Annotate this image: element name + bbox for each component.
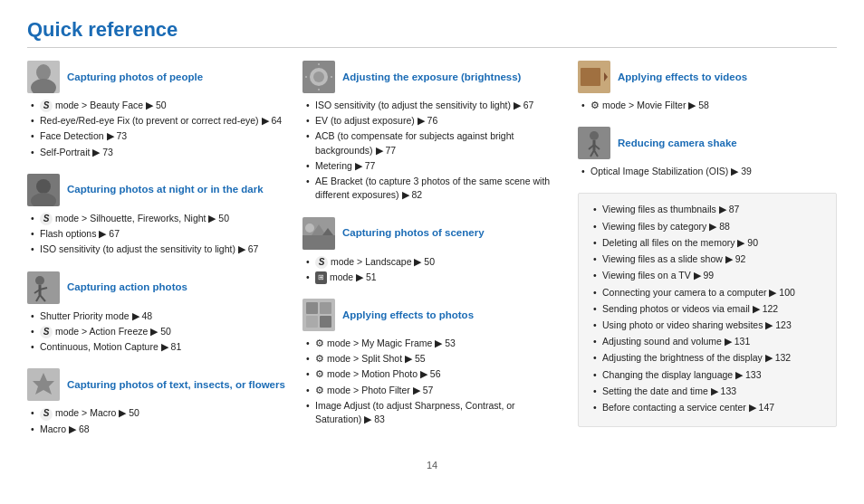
list-item: EV (to adjust exposure) ▶ 76 xyxy=(306,114,562,128)
section-header-night: Capturing photos at night or in the dark xyxy=(27,174,286,206)
list-item: ⚙ mode > Photo Filter ▶ 57 xyxy=(306,384,562,397)
list-item: S mode > Action Freeze ▶ 50 xyxy=(31,325,286,338)
list-item: Connecting your camera to a computer ▶ 1… xyxy=(593,286,825,300)
section-title-action: Capturing action photos xyxy=(67,281,187,294)
list-item: Before contacting a service center ▶ 147 xyxy=(593,401,825,414)
svg-rect-29 xyxy=(320,302,331,314)
svg-rect-23 xyxy=(302,235,335,250)
column-3: Applying effects to videos ⚙ mode > Movi… xyxy=(578,61,837,451)
svg-point-4 xyxy=(36,179,51,194)
section-header-exposure: Adjusting the exposure (brightness) xyxy=(302,61,562,93)
section-exposure: Adjusting the exposure (brightness) ISO … xyxy=(302,61,562,203)
list-item: S mode > Silhouette, Fireworks, Night ▶ … xyxy=(31,212,286,225)
scenery-items: S mode > Landscape ▶ 50 ⊞ mode ▶ 51 xyxy=(302,255,562,284)
section-header-text: Capturing photos of text, insects, or fl… xyxy=(27,368,286,401)
list-item: ACB (to compensate for subjects against … xyxy=(306,129,562,157)
list-item: Macro ▶ 68 xyxy=(31,423,286,436)
info-box: Viewing files as thumbnails ▶ 87 Viewing… xyxy=(578,193,837,427)
list-item: ⚙ mode > My Magic Frame ▶ 53 xyxy=(306,337,562,350)
section-header-shake: Reducing camera shake xyxy=(578,127,837,159)
section-title-effects-photos: Applying effects to photos xyxy=(342,309,474,322)
list-item: Setting the date and time ▶ 133 xyxy=(593,385,825,398)
section-scenery: Capturing photos of scenery S mode > Lan… xyxy=(302,217,562,284)
night-icon xyxy=(27,174,60,206)
list-item: Adjusting sound and volume ▶ 131 xyxy=(593,335,825,348)
list-item: ⚙ mode > Motion Photo ▶ 56 xyxy=(306,367,562,381)
list-item: ⚙ mode > Split Shot ▶ 55 xyxy=(306,352,562,366)
list-item: S mode > Landscape ▶ 50 xyxy=(306,255,562,269)
section-title-text: Capturing photos of text, insects, or fl… xyxy=(67,378,285,392)
page-title: Quick reference xyxy=(27,18,837,48)
section-title-shake: Reducing camera shake xyxy=(618,137,737,150)
list-item: Metering ▶ 77 xyxy=(306,159,562,173)
exposure-icon xyxy=(302,61,335,93)
list-item: Optical Image Stabilization (OIS) ▶ 39 xyxy=(581,165,837,178)
svg-point-1 xyxy=(36,64,51,81)
list-item: Image Adjust (to adjust Sharpness, Contr… xyxy=(306,399,562,426)
action-icon xyxy=(27,271,60,304)
person-icon xyxy=(27,61,60,93)
list-item: Flash options ▶ 67 xyxy=(31,227,286,241)
list-item: Viewing files by category ▶ 88 xyxy=(593,220,825,233)
section-capturing-action: Capturing action photos Shutter Priority… xyxy=(27,271,286,355)
video-icon xyxy=(578,61,610,93)
section-header-people: Capturing photos of people xyxy=(27,61,286,93)
list-item: Using photo or video sharing websites ▶ … xyxy=(593,319,825,332)
info-box-items: Viewing files as thumbnails ▶ 87 Viewing… xyxy=(590,203,825,414)
page: Quick reference Capturing photos of peop… xyxy=(0,0,864,504)
svg-point-26 xyxy=(305,223,314,233)
svg-point-36 xyxy=(590,131,599,140)
list-item: Red-eye/Red-eye Fix (to prevent or corre… xyxy=(31,114,286,128)
exposure-items: ISO sensitivity (to adjust the sensitivi… xyxy=(302,99,562,203)
svg-point-7 xyxy=(35,276,44,285)
people-items: S mode > Beauty Face ▶ 50 Red-eye/Red-ey… xyxy=(27,99,286,159)
section-title-people: Capturing photos of people xyxy=(67,71,203,84)
section-header-effects-videos: Applying effects to videos xyxy=(578,61,837,93)
list-item: Continuous, Motion Capture ▶ 81 xyxy=(31,340,286,354)
svg-rect-33 xyxy=(581,68,600,86)
list-item: AE Bracket (to capture 3 photos of the s… xyxy=(306,175,562,202)
column-1: Capturing photos of people S mode > Beau… xyxy=(27,61,302,451)
section-capturing-night: Capturing photos at night or in the dark… xyxy=(27,174,286,257)
section-header-effects-photos: Applying effects to photos xyxy=(302,299,562,331)
effects-photos-icon xyxy=(302,299,335,331)
page-number: 14 xyxy=(27,460,837,471)
column-2: Adjusting the exposure (brightness) ISO … xyxy=(302,61,578,451)
shake-icon xyxy=(578,127,610,159)
night-items: S mode > Silhouette, Fireworks, Night ▶ … xyxy=(27,212,286,257)
section-capturing-people: Capturing photos of people S mode > Beau… xyxy=(27,61,286,159)
section-title-effects-videos: Applying effects to videos xyxy=(618,71,747,84)
list-item: Face Detection ▶ 73 xyxy=(31,129,286,143)
flower-icon xyxy=(27,368,60,401)
section-header-scenery: Capturing photos of scenery xyxy=(302,217,562,250)
effects-videos-items: ⚙ mode > Movie Filter ▶ 58 xyxy=(578,99,837,112)
action-items: Shutter Priority mode ▶ 48 S mode > Acti… xyxy=(27,309,286,355)
list-item: ⚙ mode > Movie Filter ▶ 58 xyxy=(581,99,837,112)
svg-rect-28 xyxy=(306,302,318,314)
list-item: ⊞ mode ▶ 51 xyxy=(306,271,562,284)
text-items: S mode > Macro ▶ 50 Macro ▶ 68 xyxy=(27,406,286,435)
list-item: Deleting all files on the memory ▶ 90 xyxy=(593,236,825,250)
list-item: S mode > Beauty Face ▶ 50 xyxy=(31,99,286,112)
section-effects-videos: Applying effects to videos ⚙ mode > Movi… xyxy=(578,61,837,112)
section-title-night: Capturing photos at night or in the dark xyxy=(67,183,264,196)
section-effects-photos: Applying effects to photos ⚙ mode > My M… xyxy=(302,299,562,426)
section-title-exposure: Adjusting the exposure (brightness) xyxy=(342,71,521,84)
section-title-scenery: Capturing photos of scenery xyxy=(342,226,485,240)
section-reducing-shake: Reducing camera shake Optical Image Stab… xyxy=(578,127,837,178)
svg-point-17 xyxy=(313,71,324,82)
section-header-action: Capturing action photos xyxy=(27,271,286,304)
list-item: Sending photos or videos via email ▶ 122 xyxy=(593,302,825,316)
list-item: Adjusting the brightness of the display … xyxy=(593,351,825,365)
effects-photos-items: ⚙ mode > My Magic Frame ▶ 53 ⚙ mode > Sp… xyxy=(302,337,562,426)
list-item: ISO sensitivity (to adjust the sensitivi… xyxy=(306,99,562,112)
list-item: Changing the display language ▶ 133 xyxy=(593,368,825,382)
list-item: Viewing files as thumbnails ▶ 87 xyxy=(593,203,825,216)
svg-rect-31 xyxy=(320,316,331,328)
list-item: S mode > Macro ▶ 50 xyxy=(31,406,286,420)
list-item: Viewing files as a slide show ▶ 92 xyxy=(593,252,825,266)
list-item: Self-Portrait ▶ 73 xyxy=(31,146,286,159)
shake-items: Optical Image Stabilization (OIS) ▶ 39 xyxy=(578,165,837,178)
scenery-icon xyxy=(302,217,335,250)
main-columns: Capturing photos of people S mode > Beau… xyxy=(27,61,837,451)
